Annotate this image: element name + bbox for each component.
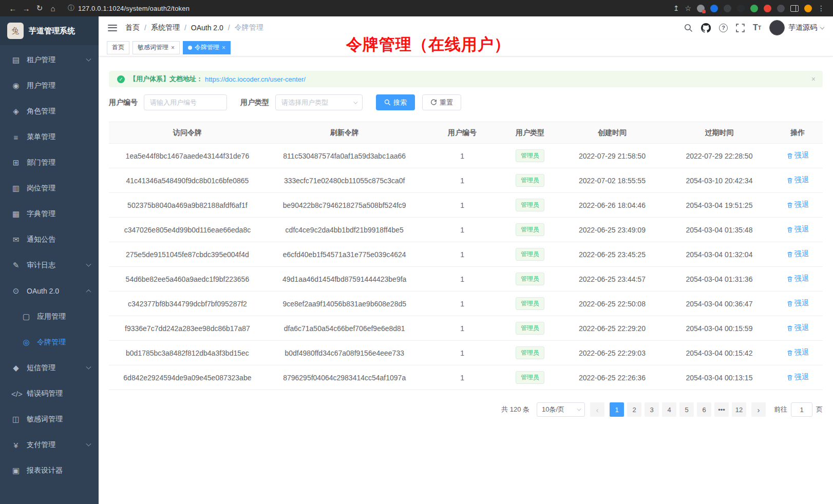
- access-token-cell: 275e5de9151045fe87cbdc395e004f4d: [109, 242, 266, 267]
- sidebar-menu-item[interactable]: ⊞ 部门管理: [0, 150, 99, 176]
- force-logout-button[interactable]: 强退: [787, 274, 809, 283]
- user-type-select[interactable]: 请选择用户类型: [275, 94, 363, 110]
- annotation-text: 令牌管理（在线用户）: [346, 34, 510, 55]
- forward-icon[interactable]: →: [20, 4, 33, 13]
- reload-icon[interactable]: ↻: [33, 4, 46, 13]
- department-icon: ⊞: [11, 158, 21, 167]
- extension-icon-badged[interactable]: [697, 5, 705, 12]
- force-logout-button[interactable]: 强退: [787, 225, 809, 234]
- share-icon[interactable]: ↥: [673, 4, 679, 12]
- force-logout-button[interactable]: 强退: [787, 176, 809, 185]
- extension-icon-green[interactable]: [750, 5, 758, 12]
- browser-menu-icon[interactable]: ⋮: [818, 4, 825, 12]
- expire-time-cell: 2022-07-29 22:28:50: [666, 144, 773, 168]
- force-logout-button[interactable]: 强退: [787, 249, 809, 259]
- search-button-label: 搜索: [393, 98, 407, 107]
- sidebar-menu-item[interactable]: ◉ 用户管理: [0, 73, 99, 99]
- force-logout-button[interactable]: 强退: [787, 299, 809, 308]
- sidebar-menu: ▤ 租户管理 ◉ 用户管理 ◈ 角色管理 ≡ 菜单管理 ⊞ 部门管理 ▥ 岗位管…: [0, 45, 99, 504]
- tab-item[interactable]: 首页: [107, 41, 129, 54]
- sidebar-menu-item[interactable]: ✉ 通知公告: [0, 227, 99, 253]
- sidebar-menu-item[interactable]: ▦ 字典管理: [0, 201, 99, 227]
- extensions-puzzle-icon[interactable]: [764, 5, 771, 12]
- sidebar-menu-item[interactable]: ¥ 支付管理: [0, 432, 99, 458]
- sidebar-menu-item[interactable]: </> 错误码管理: [0, 381, 99, 406]
- page-number-button[interactable]: 2: [627, 402, 641, 417]
- force-logout-button[interactable]: 强退: [787, 373, 809, 382]
- alert-close-icon[interactable]: ×: [811, 75, 816, 83]
- reset-button[interactable]: 重置: [422, 94, 461, 110]
- user-type-badge: 管理员: [516, 273, 544, 285]
- page-size-select[interactable]: 10条/页: [537, 402, 585, 417]
- active-dot-icon: [188, 46, 192, 50]
- goto-page-input[interactable]: [791, 402, 812, 417]
- home-icon[interactable]: ⌂: [46, 4, 60, 13]
- search-icon[interactable]: [684, 24, 693, 32]
- font-size-icon[interactable]: TT: [753, 23, 761, 32]
- sidebar-menu-item[interactable]: ▤ 租户管理: [0, 47, 99, 73]
- action-cell: 强退: [773, 193, 823, 218]
- sidebar-menu-item[interactable]: ≡ 菜单管理: [0, 124, 99, 150]
- back-icon[interactable]: ←: [6, 4, 20, 13]
- page-number-button[interactable]: 12: [732, 402, 746, 417]
- sidebar-item-label: 角色管理: [27, 107, 90, 116]
- help-icon[interactable]: ?: [719, 24, 728, 32]
- page-number-button[interactable]: 6: [697, 402, 711, 417]
- sidebar-menu-item[interactable]: ◆ 短信管理: [0, 355, 99, 381]
- next-page-button[interactable]: ›: [751, 402, 766, 417]
- page-number-button[interactable]: 3: [645, 402, 659, 417]
- table-row: 1ea5e44f8bc1467aaede43144f31de76 811c530…: [109, 144, 823, 168]
- page-ellipsis-icon[interactable]: •••: [714, 402, 729, 417]
- tab-close-icon[interactable]: ×: [222, 45, 225, 51]
- user-id-input[interactable]: [144, 94, 227, 110]
- prev-page-button[interactable]: ‹: [590, 402, 604, 417]
- tab-item[interactable]: 令牌管理 ×: [183, 41, 231, 54]
- browser-toolbar-icons: ↥ ☆ ⋮: [673, 4, 827, 12]
- sidebar-menu-item[interactable]: ✎ 审计日志: [0, 253, 99, 278]
- force-logout-button[interactable]: 强退: [787, 151, 809, 160]
- page-number-button[interactable]: 5: [679, 402, 694, 417]
- doc-link[interactable]: https://doc.iocoder.cn/user-center/: [205, 75, 306, 83]
- github-icon[interactable]: [701, 23, 711, 33]
- sidebar-menu-item[interactable]: ⊙ OAuth 2.0: [0, 278, 99, 304]
- sidebar-menu-item[interactable]: ◫ 敏感词管理: [0, 406, 99, 432]
- tab-item[interactable]: 敏感词管理 ×: [132, 41, 180, 54]
- collapse-sidebar-icon[interactable]: [108, 25, 117, 31]
- sidebar-menu-item[interactable]: ▥ 岗位管理: [0, 176, 99, 201]
- site-info-icon[interactable]: ⓘ: [68, 4, 74, 13]
- breadcrumb-item[interactable]: 令牌管理: [235, 23, 263, 32]
- user-icon: ◉: [11, 81, 21, 90]
- force-logout-button[interactable]: 强退: [787, 323, 809, 333]
- breadcrumb-item[interactable]: 首页: [125, 23, 140, 32]
- expire-time-cell: 2054-03-04 00:13:15: [666, 365, 773, 390]
- extension-icon-dark[interactable]: [724, 5, 731, 12]
- browser-profile-avatar[interactable]: [804, 5, 812, 12]
- font-size-small-t: T: [758, 25, 761, 31]
- force-logout-button[interactable]: 强退: [787, 348, 809, 357]
- extension-icon-dark3[interactable]: [777, 5, 785, 12]
- split-view-icon[interactable]: [790, 5, 799, 12]
- page-number-button[interactable]: 4: [662, 402, 676, 417]
- force-logout-label: 强退: [794, 299, 809, 308]
- sidebar-menu-item[interactable]: ▣ 报表设计器: [0, 458, 99, 483]
- user-type-badge: 管理员: [516, 322, 544, 335]
- fullscreen-icon[interactable]: [736, 24, 745, 32]
- extension-icon-blue[interactable]: [710, 5, 718, 12]
- breadcrumb-item[interactable]: 系统管理: [151, 23, 180, 32]
- bookmark-star-icon[interactable]: ☆: [685, 4, 691, 12]
- search-button[interactable]: 搜索: [376, 94, 415, 110]
- delete-icon: [787, 325, 793, 332]
- sidebar-menu-item[interactable]: ◈ 角色管理: [0, 99, 99, 124]
- address-bar[interactable]: ⓘ 127.0.0.1:1024/system/oauth2/token: [68, 4, 673, 13]
- page-number-button[interactable]: 1: [610, 402, 624, 417]
- table-row: 41c41346a548490f9dc8b01c6bfe0865 333ecfc…: [109, 168, 823, 193]
- created-time-cell: 2022-06-25 23:49:09: [559, 218, 666, 242]
- user-dropdown[interactable]: 芋道源码: [769, 20, 824, 35]
- tab-close-icon[interactable]: ×: [171, 45, 175, 51]
- sidebar-menu-item[interactable]: ◎ 令牌管理: [0, 329, 99, 355]
- app-logo[interactable]: 兔 芋道管理系统: [0, 16, 99, 45]
- sidebar-menu-item[interactable]: ▢ 应用管理: [0, 304, 99, 329]
- extension-icon-dark2[interactable]: [737, 5, 745, 12]
- breadcrumb-item[interactable]: OAuth 2.0: [191, 24, 223, 32]
- force-logout-button[interactable]: 强退: [787, 200, 809, 209]
